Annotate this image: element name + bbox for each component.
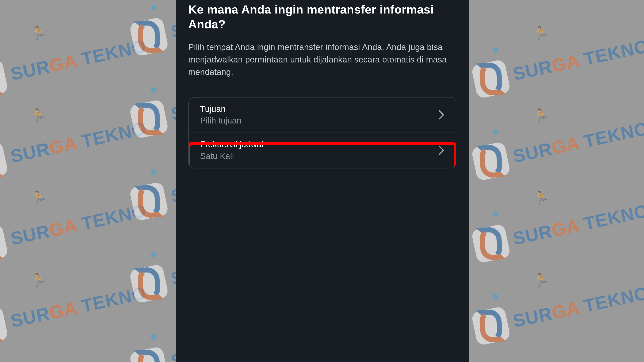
chevron-right-icon bbox=[438, 145, 444, 155]
page-description: Pilih tempat Anda ingin mentransfer info… bbox=[188, 41, 456, 78]
page-title: Ke mana Anda ingin mentransfer informasi… bbox=[188, 2, 456, 32]
schedule-frequency-option[interactable]: Frekuensi jadwal Satu Kali bbox=[189, 133, 456, 168]
destination-option[interactable]: Tujuan Pilih tujuan bbox=[189, 98, 456, 132]
transfer-options-group: Tujuan Pilih tujuan Frekuensi jadwal Sat… bbox=[188, 97, 456, 168]
schedule-frequency-value: Satu Kali bbox=[200, 151, 264, 161]
chevron-right-icon bbox=[438, 110, 444, 120]
schedule-frequency-label: Frekuensi jadwal bbox=[200, 140, 264, 149]
mobile-screen: Ke mana Anda ingin mentransfer informasi… bbox=[176, 0, 469, 362]
destination-value: Pilih tujuan bbox=[200, 116, 242, 126]
destination-label: Tujuan bbox=[200, 104, 242, 114]
